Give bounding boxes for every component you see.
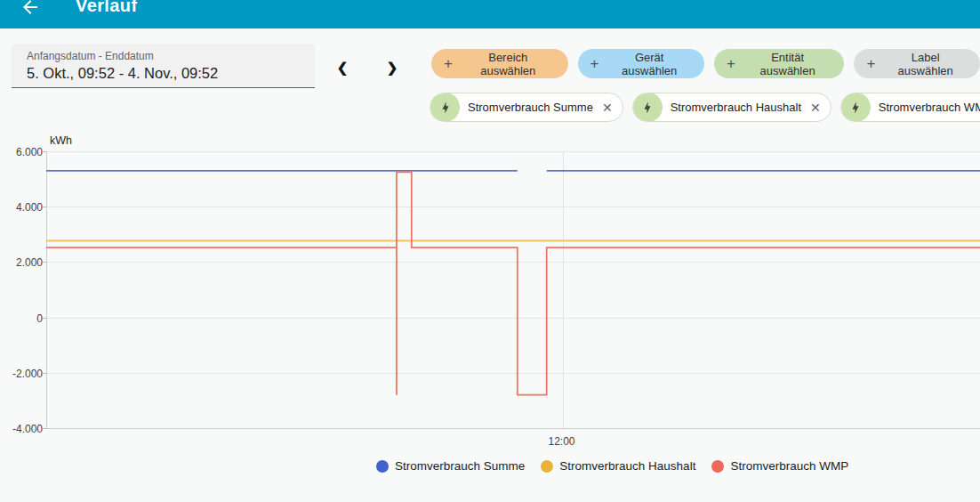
entity-chip-label: Stromverbrauch Haushalt: [671, 101, 801, 114]
legend-dot: [711, 460, 724, 473]
legend-dot: [541, 460, 553, 473]
history-chart[interactable]: 6.0004.0002.0000-2.000-4.00012:00kWh: [0, 116, 980, 454]
chevron-left-icon: ❮: [337, 60, 349, 75]
series-line-stromverbrauch-wmp: [46, 172, 980, 394]
back-button[interactable]: [20, 0, 41, 18]
remove-entity-icon[interactable]: ✕: [809, 101, 821, 114]
y-tick-label: -2.000: [12, 368, 43, 380]
legend-label: Stromverbrauch Summe: [395, 459, 525, 473]
y-tick-label: 4.000: [16, 201, 43, 214]
plus-icon: +: [590, 56, 599, 71]
page-title: Verlauf: [76, 0, 138, 17]
y-tick-label: -4.000: [12, 423, 43, 435]
date-range-value: 5. Okt., 09:52 - 4. Nov., 09:52: [27, 65, 315, 82]
date-range-label: Anfangsdatum - Enddatum: [27, 50, 315, 62]
filter-chip-label: Label auswählen: [883, 51, 968, 77]
app-header: Verlauf: [0, 0, 980, 28]
y-tick-label: 2.000: [16, 256, 43, 269]
legend-item-summe[interactable]: Stromverbrauch Summe: [376, 459, 525, 473]
legend-dot: [376, 460, 389, 473]
lightning-icon: [641, 101, 654, 114]
arrow-left-icon: [20, 0, 41, 18]
entity-chip-label: Stromverbrauch Summe: [468, 101, 593, 114]
chevron-right-icon: ❯: [387, 60, 398, 75]
filter-chip-row: + Bereich auswählen + Gerät auswählen + …: [431, 49, 980, 78]
entity-chip-label: Stromverbrauch WMP: [879, 101, 980, 114]
remove-entity-icon[interactable]: ✕: [601, 101, 613, 114]
next-period-button[interactable]: ❯: [381, 56, 404, 79]
legend-item-haushalt[interactable]: Stromverbrauch Haushalt: [541, 459, 695, 473]
lightning-icon: [439, 101, 452, 114]
date-range-field[interactable]: Anfangsdatum - Enddatum 5. Okt., 09:52 -…: [12, 44, 315, 88]
plus-icon: +: [444, 56, 453, 71]
filter-chip-label: Entität auswählen: [743, 51, 832, 77]
legend-label: Stromverbrauch WMP: [730, 459, 848, 473]
y-tick-label: 0: [36, 312, 43, 325]
legend-label: Stromverbrauch Haushalt: [559, 459, 695, 473]
lightning-icon: [849, 101, 862, 114]
plus-icon: +: [866, 56, 875, 71]
filter-chip-label: Gerät auswählen: [607, 51, 692, 77]
y-axis-unit-label: kWh: [50, 134, 72, 147]
filter-chip-geraet[interactable]: + Gerät auswählen: [578, 49, 704, 78]
y-tick-label: 6.000: [16, 146, 43, 158]
plus-icon: +: [727, 56, 735, 71]
chart-legend: Stromverbrauch Summe Stromverbrauch Haus…: [376, 459, 848, 473]
filter-chip-entitaet[interactable]: + Entität auswählen: [714, 49, 845, 78]
previous-period-button[interactable]: ❮: [331, 56, 354, 79]
legend-item-wmp[interactable]: Stromverbrauch WMP: [711, 459, 848, 473]
filter-chip-bereich[interactable]: + Bereich auswählen: [431, 49, 568, 78]
x-tick-label: 12:00: [548, 435, 574, 448]
filter-chip-label[interactable]: + Label auswählen: [854, 49, 980, 78]
filter-chip-label: Bereich auswählen: [461, 51, 556, 77]
